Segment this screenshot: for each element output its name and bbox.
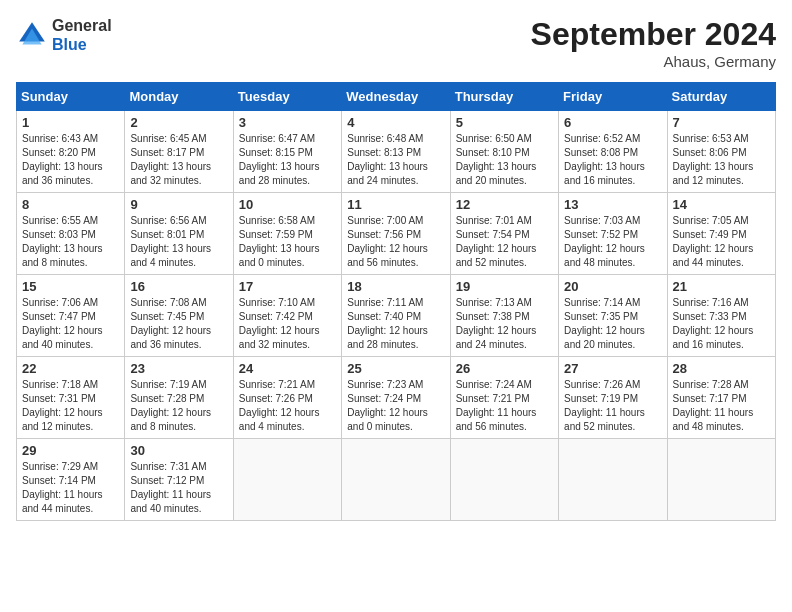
calendar-week-row: 22Sunrise: 7:18 AMSunset: 7:31 PMDayligh… — [17, 357, 776, 439]
day-info: Sunrise: 6:53 AMSunset: 8:06 PMDaylight:… — [673, 132, 770, 188]
day-info: Sunrise: 7:16 AMSunset: 7:33 PMDaylight:… — [673, 296, 770, 352]
calendar-cell: 26Sunrise: 7:24 AMSunset: 7:21 PMDayligh… — [450, 357, 558, 439]
day-number: 12 — [456, 197, 553, 212]
day-number: 6 — [564, 115, 661, 130]
day-number: 30 — [130, 443, 227, 458]
day-info: Sunrise: 7:18 AMSunset: 7:31 PMDaylight:… — [22, 378, 119, 434]
calendar-cell: 28Sunrise: 7:28 AMSunset: 7:17 PMDayligh… — [667, 357, 775, 439]
month-title: September 2024 — [531, 16, 776, 53]
day-info: Sunrise: 7:06 AMSunset: 7:47 PMDaylight:… — [22, 296, 119, 352]
calendar-week-row: 1Sunrise: 6:43 AMSunset: 8:20 PMDaylight… — [17, 111, 776, 193]
day-info: Sunrise: 7:05 AMSunset: 7:49 PMDaylight:… — [673, 214, 770, 270]
day-of-week-header: Monday — [125, 83, 233, 111]
title-block: September 2024 Ahaus, Germany — [531, 16, 776, 70]
day-info: Sunrise: 7:08 AMSunset: 7:45 PMDaylight:… — [130, 296, 227, 352]
day-number: 20 — [564, 279, 661, 294]
calendar-cell: 17Sunrise: 7:10 AMSunset: 7:42 PMDayligh… — [233, 275, 341, 357]
day-info: Sunrise: 7:29 AMSunset: 7:14 PMDaylight:… — [22, 460, 119, 516]
day-info: Sunrise: 6:45 AMSunset: 8:17 PMDaylight:… — [130, 132, 227, 188]
day-info: Sunrise: 7:03 AMSunset: 7:52 PMDaylight:… — [564, 214, 661, 270]
calendar-cell: 24Sunrise: 7:21 AMSunset: 7:26 PMDayligh… — [233, 357, 341, 439]
calendar-cell: 13Sunrise: 7:03 AMSunset: 7:52 PMDayligh… — [559, 193, 667, 275]
day-info: Sunrise: 7:23 AMSunset: 7:24 PMDaylight:… — [347, 378, 444, 434]
calendar-cell: 12Sunrise: 7:01 AMSunset: 7:54 PMDayligh… — [450, 193, 558, 275]
day-of-week-header: Sunday — [17, 83, 125, 111]
day-info: Sunrise: 7:24 AMSunset: 7:21 PMDaylight:… — [456, 378, 553, 434]
day-info: Sunrise: 7:11 AMSunset: 7:40 PMDaylight:… — [347, 296, 444, 352]
day-number: 5 — [456, 115, 553, 130]
day-number: 19 — [456, 279, 553, 294]
calendar-cell — [233, 439, 341, 521]
day-number: 8 — [22, 197, 119, 212]
calendar-cell: 15Sunrise: 7:06 AMSunset: 7:47 PMDayligh… — [17, 275, 125, 357]
calendar-cell — [450, 439, 558, 521]
day-info: Sunrise: 6:58 AMSunset: 7:59 PMDaylight:… — [239, 214, 336, 270]
day-number: 18 — [347, 279, 444, 294]
calendar-cell: 11Sunrise: 7:00 AMSunset: 7:56 PMDayligh… — [342, 193, 450, 275]
day-number: 7 — [673, 115, 770, 130]
day-info: Sunrise: 7:26 AMSunset: 7:19 PMDaylight:… — [564, 378, 661, 434]
calendar-header-row: SundayMondayTuesdayWednesdayThursdayFrid… — [17, 83, 776, 111]
day-number: 3 — [239, 115, 336, 130]
logo-icon — [16, 19, 48, 51]
calendar-cell: 16Sunrise: 7:08 AMSunset: 7:45 PMDayligh… — [125, 275, 233, 357]
day-number: 1 — [22, 115, 119, 130]
calendar-cell: 19Sunrise: 7:13 AMSunset: 7:38 PMDayligh… — [450, 275, 558, 357]
calendar-cell: 27Sunrise: 7:26 AMSunset: 7:19 PMDayligh… — [559, 357, 667, 439]
calendar-table: SundayMondayTuesdayWednesdayThursdayFrid… — [16, 82, 776, 521]
day-number: 22 — [22, 361, 119, 376]
day-info: Sunrise: 6:56 AMSunset: 8:01 PMDaylight:… — [130, 214, 227, 270]
calendar-cell: 22Sunrise: 7:18 AMSunset: 7:31 PMDayligh… — [17, 357, 125, 439]
calendar-cell: 8Sunrise: 6:55 AMSunset: 8:03 PMDaylight… — [17, 193, 125, 275]
calendar-cell: 9Sunrise: 6:56 AMSunset: 8:01 PMDaylight… — [125, 193, 233, 275]
logo: General Blue — [16, 16, 112, 54]
day-number: 16 — [130, 279, 227, 294]
day-of-week-header: Saturday — [667, 83, 775, 111]
day-number: 17 — [239, 279, 336, 294]
day-info: Sunrise: 7:21 AMSunset: 7:26 PMDaylight:… — [239, 378, 336, 434]
logo-blue: Blue — [52, 35, 112, 54]
calendar-cell: 2Sunrise: 6:45 AMSunset: 8:17 PMDaylight… — [125, 111, 233, 193]
calendar-cell: 29Sunrise: 7:29 AMSunset: 7:14 PMDayligh… — [17, 439, 125, 521]
location: Ahaus, Germany — [531, 53, 776, 70]
calendar-cell: 10Sunrise: 6:58 AMSunset: 7:59 PMDayligh… — [233, 193, 341, 275]
day-number: 11 — [347, 197, 444, 212]
day-number: 25 — [347, 361, 444, 376]
day-info: Sunrise: 6:55 AMSunset: 8:03 PMDaylight:… — [22, 214, 119, 270]
day-number: 27 — [564, 361, 661, 376]
calendar-cell: 3Sunrise: 6:47 AMSunset: 8:15 PMDaylight… — [233, 111, 341, 193]
day-of-week-header: Tuesday — [233, 83, 341, 111]
calendar-week-row: 8Sunrise: 6:55 AMSunset: 8:03 PMDaylight… — [17, 193, 776, 275]
calendar-cell: 18Sunrise: 7:11 AMSunset: 7:40 PMDayligh… — [342, 275, 450, 357]
day-number: 13 — [564, 197, 661, 212]
day-of-week-header: Wednesday — [342, 83, 450, 111]
calendar-week-row: 29Sunrise: 7:29 AMSunset: 7:14 PMDayligh… — [17, 439, 776, 521]
day-number: 28 — [673, 361, 770, 376]
day-number: 15 — [22, 279, 119, 294]
day-number: 10 — [239, 197, 336, 212]
day-of-week-header: Friday — [559, 83, 667, 111]
calendar-cell: 20Sunrise: 7:14 AMSunset: 7:35 PMDayligh… — [559, 275, 667, 357]
day-number: 23 — [130, 361, 227, 376]
day-number: 14 — [673, 197, 770, 212]
calendar-cell — [559, 439, 667, 521]
day-number: 21 — [673, 279, 770, 294]
day-info: Sunrise: 7:00 AMSunset: 7:56 PMDaylight:… — [347, 214, 444, 270]
calendar-cell: 30Sunrise: 7:31 AMSunset: 7:12 PMDayligh… — [125, 439, 233, 521]
calendar-cell — [667, 439, 775, 521]
logo-general: General — [52, 16, 112, 35]
day-info: Sunrise: 7:14 AMSunset: 7:35 PMDaylight:… — [564, 296, 661, 352]
calendar-week-row: 15Sunrise: 7:06 AMSunset: 7:47 PMDayligh… — [17, 275, 776, 357]
day-number: 2 — [130, 115, 227, 130]
day-info: Sunrise: 7:10 AMSunset: 7:42 PMDaylight:… — [239, 296, 336, 352]
day-number: 24 — [239, 361, 336, 376]
day-info: Sunrise: 7:19 AMSunset: 7:28 PMDaylight:… — [130, 378, 227, 434]
day-info: Sunrise: 7:01 AMSunset: 7:54 PMDaylight:… — [456, 214, 553, 270]
day-number: 26 — [456, 361, 553, 376]
calendar-cell — [342, 439, 450, 521]
day-info: Sunrise: 6:47 AMSunset: 8:15 PMDaylight:… — [239, 132, 336, 188]
day-info: Sunrise: 6:43 AMSunset: 8:20 PMDaylight:… — [22, 132, 119, 188]
day-info: Sunrise: 6:48 AMSunset: 8:13 PMDaylight:… — [347, 132, 444, 188]
calendar-cell: 14Sunrise: 7:05 AMSunset: 7:49 PMDayligh… — [667, 193, 775, 275]
calendar-cell: 5Sunrise: 6:50 AMSunset: 8:10 PMDaylight… — [450, 111, 558, 193]
